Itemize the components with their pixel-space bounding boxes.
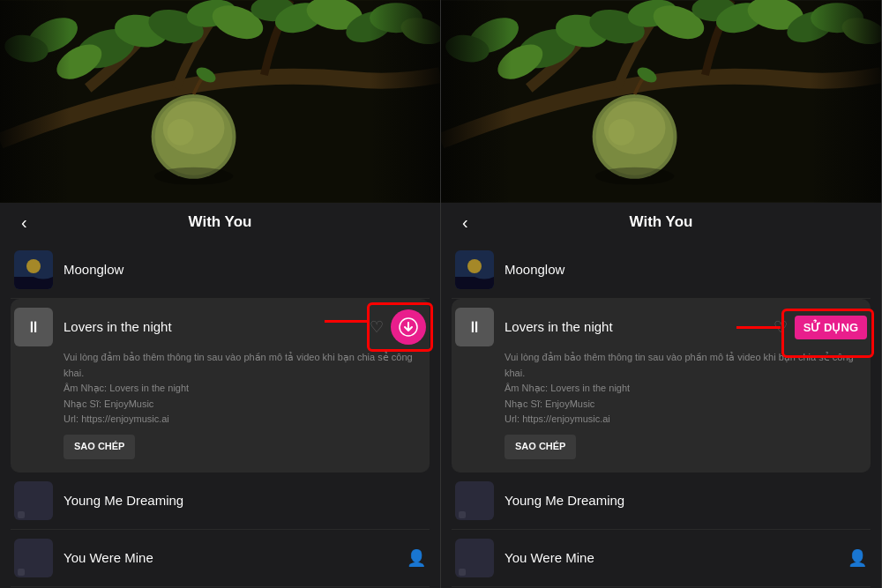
song-item-moonglow-left[interactable]: Moonglow <box>11 242 430 299</box>
header-right: ‹ With You <box>441 203 881 242</box>
song-info-moonglow-right: Moonglow <box>505 262 867 278</box>
svg-point-50 <box>609 119 635 145</box>
svg-rect-23 <box>370 0 440 203</box>
svg-point-56 <box>467 259 482 273</box>
song-title-mine-right: You Were Mine <box>505 550 594 565</box>
song-info-mine-left: You Were Mine <box>64 550 407 566</box>
song-thumb-young-left <box>14 481 53 520</box>
song-thumb-young-right <box>455 481 494 520</box>
song-title-moonglow-left: Moonglow <box>64 262 123 277</box>
song-actions-lovers-right: ♡ SỬ DỤNG <box>774 316 867 339</box>
song-info-young-left: Young Me Dreaming <box>64 493 426 509</box>
svg-rect-22 <box>0 0 71 203</box>
song-thumb-moonglow-right <box>455 250 494 289</box>
header-left: ‹ With You <box>0 203 440 242</box>
song-item-moonglow-right[interactable]: Moonglow <box>452 242 871 299</box>
svg-point-25 <box>26 259 41 273</box>
song-title-young-left: Young Me Dreaming <box>64 493 183 508</box>
song-info-young-right: Young Me Dreaming <box>505 493 867 509</box>
copy-button-left[interactable]: SAO CHÉP <box>64 435 135 459</box>
song-title-moonglow-right: Moonglow <box>505 262 564 277</box>
song-actions-lovers-left: ♡ <box>370 309 426 345</box>
song-info-lovers-right: Lovers in the night <box>505 319 774 335</box>
svg-point-19 <box>168 119 194 145</box>
heart-icon-left[interactable]: ♡ <box>370 317 384 337</box>
svg-point-21 <box>154 167 234 185</box>
svg-rect-59 <box>459 511 466 518</box>
header-title-left: With You <box>189 213 252 231</box>
song-item-lovers-right[interactable]: ⏸ Lovers in the night ♡ SỬ DỤNG Vui lòng… <box>452 299 871 473</box>
song-thumb-mine-right <box>455 539 494 577</box>
svg-rect-29 <box>18 511 25 518</box>
song-title-lovers-right: Lovers in the night <box>505 319 613 334</box>
use-button-right[interactable]: SỬ DỤNG <box>795 316 867 339</box>
song-title-mine-left: You Were Mine <box>64 550 153 565</box>
add-user-icon-left[interactable]: 👤 <box>407 548 426 568</box>
header-title-right: With You <box>630 213 693 231</box>
pause-thumb-left: ⏸ <box>14 308 53 346</box>
song-title-young-right: Young Me Dreaming <box>505 493 624 508</box>
song-thumb-moonglow-left <box>14 250 53 289</box>
song-list-right: Moonglow ⏸ Lovers in the night ♡ SỬ DỤNG <box>441 242 881 588</box>
svg-rect-31 <box>18 569 25 576</box>
add-user-icon-right[interactable]: 👤 <box>848 548 867 568</box>
download-button-left[interactable] <box>391 309 426 345</box>
song-meta-right: Vui lòng đảm bảo thêm thông tin sau vào … <box>455 346 867 463</box>
song-info-lovers-left: Lovers in the night <box>64 319 370 335</box>
album-art-right <box>441 0 881 203</box>
album-art-left <box>0 0 440 203</box>
left-panel: ‹ With You Moonglow ⏸ <box>0 0 441 588</box>
song-info-mine-right: You Were Mine <box>505 550 848 566</box>
song-list-left: Moonglow ⏸ Lovers in the night ♡ <box>0 242 440 588</box>
right-panel: ‹ With You Moonglow ⏸ <box>441 0 882 588</box>
svg-rect-53 <box>441 0 512 203</box>
song-item-young-right[interactable]: Young Me Dreaming <box>452 473 871 530</box>
pause-thumb-right: ⏸ <box>455 308 494 346</box>
back-button-left[interactable]: ‹ <box>14 209 34 236</box>
song-item-mine-right[interactable]: You Were Mine 👤 <box>452 530 871 587</box>
svg-rect-54 <box>811 0 881 203</box>
song-info-moonglow-left: Moonglow <box>64 262 426 278</box>
song-actions-mine-right: 👤 <box>848 548 867 568</box>
copy-button-right[interactable]: SAO CHÉP <box>505 435 576 459</box>
heart-icon-right[interactable]: ♡ <box>774 317 788 337</box>
song-item-young-left[interactable]: Young Me Dreaming <box>11 473 430 530</box>
back-button-right[interactable]: ‹ <box>455 209 475 236</box>
svg-rect-61 <box>459 569 466 576</box>
svg-point-52 <box>595 167 675 185</box>
song-thumb-mine-left <box>14 539 53 577</box>
song-meta-left: Vui lòng đảm bảo thêm thông tin sau vào … <box>14 346 426 463</box>
song-title-lovers-left: Lovers in the night <box>64 319 172 334</box>
song-item-mine-left[interactable]: You Were Mine 👤 <box>11 530 430 587</box>
song-actions-mine-left: 👤 <box>407 548 426 568</box>
song-item-lovers-left[interactable]: ⏸ Lovers in the night ♡ <box>11 299 430 473</box>
